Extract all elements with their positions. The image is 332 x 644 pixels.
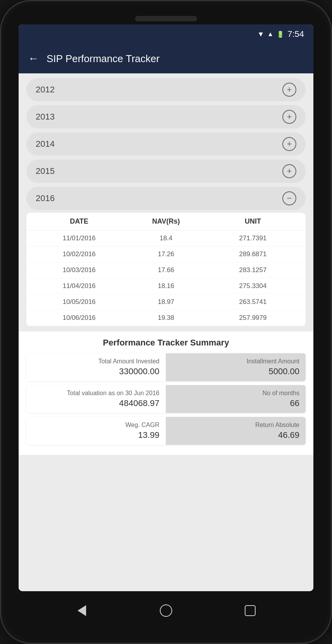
summary-card-3: Weg. CAGR 13.99 Return Absolute 46.69 (26, 417, 306, 445)
summary-card-2: Total valuation as on 30 Jun 2016 484068… (26, 385, 306, 413)
summary-cell-right-3: Return Absolute 46.69 (166, 417, 306, 445)
cell-nav-1: 17.26 (123, 250, 209, 258)
year-sections: 2012 + 2013 + 2014 + 2015 + (19, 73, 313, 215)
wifi-icon: ▼ (258, 30, 265, 38)
summary-label-cagr: Weg. CAGR (33, 422, 159, 429)
header-unit: UNIT (209, 217, 296, 226)
summary-cell-left-1: Total Amount Invested 330000.00 (26, 353, 166, 381)
summary-label-installment: Installment Amount (172, 358, 299, 365)
status-time: 7:54 (287, 29, 304, 39)
summary-card-1: Total Amount Invested 330000.00 Installm… (26, 353, 306, 381)
recents-square-icon (245, 605, 256, 616)
table-row: 10/03/2016 17.66 283.1257 (26, 262, 306, 278)
cell-date-5: 10/06/2016 (36, 314, 123, 322)
recents-nav-button[interactable] (242, 603, 258, 618)
content-area: 2012 + 2013 + 2014 + 2015 + (19, 73, 313, 591)
table-row: 10/05/2016 18.97 263.5741 (26, 294, 306, 310)
expand-icon-2013: + (282, 110, 296, 124)
home-circle-icon (160, 604, 172, 617)
table-row: 10/06/2016 19.38 257.9979 (26, 310, 306, 326)
collapse-icon-2016: − (282, 191, 296, 205)
speaker-grill (135, 16, 197, 21)
summary-cell-left-3: Weg. CAGR 13.99 (26, 417, 166, 445)
cell-unit-2: 283.1257 (209, 266, 296, 274)
cell-unit-0: 271.7391 (209, 234, 296, 242)
summary-label-valuation: Total valuation as on 30 Jun 2016 (33, 390, 159, 397)
summary-value-valuation: 484068.97 (33, 398, 159, 408)
expand-icon-2014: + (282, 137, 296, 151)
cell-nav-4: 18.97 (123, 298, 209, 306)
year-row-2016[interactable]: 2016 − (26, 187, 306, 210)
header-nav: NAV(Rs) (123, 217, 209, 226)
back-triangle-icon (78, 605, 86, 616)
table-header: DATE NAV(Rs) UNIT (26, 213, 306, 231)
home-nav-button[interactable] (158, 603, 174, 618)
summary-value-installment: 5000.00 (172, 366, 299, 377)
summary-label-return: Return Absolute (172, 422, 299, 429)
back-nav-button[interactable] (74, 603, 90, 618)
status-icons: ▼ ▲ 🔋 7:54 (258, 29, 304, 39)
year-label-2013: 2013 (36, 112, 55, 122)
summary-value-return: 46.69 (172, 430, 299, 440)
cell-nav-2: 17.66 (123, 266, 209, 274)
summary-value-invested: 330000.00 (33, 366, 159, 377)
header-date: DATE (36, 217, 123, 226)
table-row: 11/01/2016 18.4 271.7391 (26, 231, 306, 246)
back-button[interactable]: ← (28, 52, 39, 65)
year-label-2015: 2015 (36, 166, 55, 176)
phone-bottom-bar (1, 591, 331, 630)
year-label-2014: 2014 (36, 139, 55, 149)
battery-icon: 🔋 (277, 31, 284, 38)
screen-area: ▼ ▲ 🔋 7:54 ← SIP Performance Tracker 201… (19, 24, 313, 591)
phone-shell: ▼ ▲ 🔋 7:54 ← SIP Performance Tracker 201… (0, 0, 332, 644)
year-row-2012[interactable]: 2012 + (26, 78, 306, 101)
cell-nav-5: 19.38 (123, 314, 209, 322)
summary-label-invested: Total Amount Invested (33, 358, 159, 365)
expand-icon-2012: + (282, 83, 296, 97)
summary-cell-right-1: Installment Amount 5000.00 (166, 353, 306, 381)
cell-unit-4: 263.5741 (209, 298, 296, 306)
summary-cell-right-2: No of months 66 (166, 385, 306, 413)
signal-icon: ▲ (267, 31, 273, 38)
app-bar: ← SIP Performance Tracker (19, 44, 313, 73)
summary-cell-left-2: Total valuation as on 30 Jun 2016 484068… (26, 385, 166, 413)
cell-nav-0: 18.4 (123, 234, 209, 242)
year-row-2014[interactable]: 2014 + (26, 132, 306, 156)
year-row-2015[interactable]: 2015 + (26, 160, 306, 183)
cell-unit-3: 275.3304 (209, 282, 296, 290)
summary-value-cagr: 13.99 (33, 430, 159, 440)
cell-unit-5: 257.9979 (209, 314, 296, 322)
expand-icon-2015: + (282, 164, 296, 178)
cell-nav-3: 18.16 (123, 282, 209, 290)
status-bar: ▼ ▲ 🔋 7:54 (19, 24, 313, 44)
table-row: 11/04/2016 18.16 275.3304 (26, 278, 306, 294)
year-label-2016: 2016 (36, 193, 55, 203)
cell-date-0: 11/01/2016 (36, 234, 123, 242)
cell-date-1: 10/02/2016 (36, 250, 123, 258)
table-row: 10/02/2016 17.26 289.6871 (26, 246, 306, 262)
summary-label-months: No of months (172, 390, 299, 397)
year-row-2013[interactable]: 2013 + (26, 105, 306, 128)
expanded-table-2016: DATE NAV(Rs) UNIT 11/01/2016 18.4 271.73… (26, 213, 306, 326)
summary-title: Performance Tracker Summary (26, 338, 306, 348)
year-label-2012: 2012 (36, 85, 55, 95)
cell-unit-1: 289.6871 (209, 250, 296, 258)
summary-value-months: 66 (172, 398, 299, 408)
cell-date-2: 10/03/2016 (36, 266, 123, 274)
cell-date-4: 10/05/2016 (36, 298, 123, 306)
phone-top-bar (1, 1, 331, 24)
cell-date-3: 11/04/2016 (36, 282, 123, 290)
app-title: SIP Performance Tracker (47, 53, 159, 65)
summary-section: Performance Tracker Summary Total Amount… (19, 332, 313, 455)
